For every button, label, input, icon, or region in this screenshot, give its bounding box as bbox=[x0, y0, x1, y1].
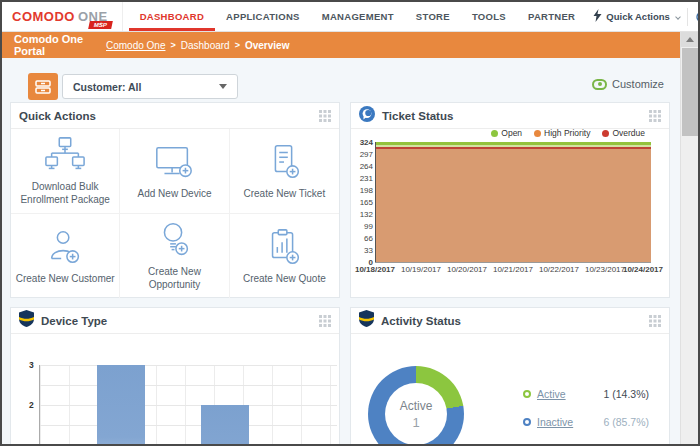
tile-add-new-device[interactable]: Add New Device bbox=[120, 129, 229, 214]
breadcrumb-dashboard: Dashboard bbox=[181, 40, 230, 51]
quick-actions-panel: Quick Actions Download Bulk Enrollment P… bbox=[10, 102, 340, 298]
tile-label: Create New Ticket bbox=[243, 188, 325, 201]
bulk-enrollment-icon bbox=[42, 135, 88, 177]
ytick: 165 bbox=[352, 198, 373, 207]
activity-status-title: Activity Status bbox=[381, 315, 461, 327]
bar-ytick: 2 bbox=[29, 400, 34, 410]
ticket-status-title: Ticket Status bbox=[382, 110, 453, 122]
ytick: 297 bbox=[352, 150, 373, 159]
nav-applications[interactable]: APPLICATIONS bbox=[215, 2, 311, 31]
ticket-status-panel: Ticket Status Open High Priority Overdue… bbox=[350, 102, 670, 298]
nav-store[interactable]: STORE bbox=[405, 2, 461, 31]
tile-create-new-opportunity[interactable]: Create New Opportunity bbox=[120, 214, 229, 299]
breadcrumb-overview: Overview bbox=[245, 40, 289, 51]
quick-actions-grid: Download Bulk Enrollment Package Add New… bbox=[11, 129, 339, 298]
legend-row-inactive: Inactive 6 (85.7%) bbox=[523, 416, 649, 428]
xtick: 10/19/2017 bbox=[395, 265, 447, 274]
ticket-legend: Open High Priority Overdue bbox=[491, 128, 645, 138]
legend-open: Open bbox=[491, 128, 522, 138]
stopwatch-icon bbox=[695, 9, 700, 25]
donut-center-value: 1 bbox=[412, 415, 419, 430]
tile-create-new-ticket[interactable]: Create New Ticket bbox=[230, 129, 339, 214]
new-customer-icon bbox=[42, 227, 88, 269]
ticket-status-chart bbox=[375, 142, 651, 263]
tile-create-new-quote[interactable]: Create New Quote bbox=[230, 214, 339, 299]
tile-download-bulk-enrollment[interactable]: Download Bulk Enrollment Package bbox=[11, 129, 120, 214]
overdue-dot-icon bbox=[602, 130, 609, 137]
drag-handle-icon[interactable] bbox=[319, 315, 331, 327]
breadcrumb-separator: > bbox=[235, 40, 240, 50]
new-quote-icon bbox=[261, 227, 307, 269]
comodo-one-logo[interactable]: COMODO ONE MSP bbox=[2, 2, 123, 31]
new-opportunity-icon bbox=[151, 220, 197, 262]
inactive-link[interactable]: Inactive bbox=[537, 416, 573, 428]
quick-actions-menu[interactable]: Quick Actions bbox=[586, 9, 687, 24]
quick-start-button[interactable]: Quick Start bbox=[688, 9, 700, 25]
nav-dashboard[interactable]: DASHBOARD bbox=[129, 2, 215, 31]
active-link[interactable]: Active bbox=[537, 388, 566, 400]
drag-handle-icon[interactable] bbox=[649, 110, 661, 122]
logo-brand-text: COMODO bbox=[12, 9, 75, 24]
ytick: 264 bbox=[352, 162, 373, 171]
inactive-value: 6 (85.7%) bbox=[603, 416, 649, 428]
customize-icon bbox=[592, 79, 607, 90]
customer-select-value: Customer: All bbox=[73, 81, 141, 93]
vertical-scrollbar[interactable] bbox=[680, 32, 698, 444]
top-navbar: COMODO ONE MSP DASHBOARD APPLICATIONS MA… bbox=[2, 2, 698, 32]
ytick: 324 bbox=[352, 138, 373, 147]
donut-center-text: Active 1 bbox=[368, 366, 464, 444]
donut-center-label: Active bbox=[400, 399, 433, 413]
device-type-header: Device Type bbox=[11, 308, 339, 334]
scroll-up-button[interactable] bbox=[681, 32, 699, 47]
breadcrumb-comodo-one[interactable]: Comodo One bbox=[106, 40, 165, 51]
tile-label: Create New Customer bbox=[16, 273, 115, 286]
nav-management[interactable]: MANAGEMENT bbox=[311, 2, 405, 31]
scrollbar-thumb[interactable] bbox=[682, 48, 698, 136]
bar-value-2 bbox=[201, 405, 249, 444]
tile-label: Create New Opportunity bbox=[124, 266, 224, 291]
ytick: 198 bbox=[352, 186, 373, 195]
up-arrow-icon bbox=[686, 37, 694, 42]
device-type-title: Device Type bbox=[41, 315, 107, 327]
xtick: 10/18/2017 bbox=[349, 265, 401, 274]
add-device-icon bbox=[151, 142, 197, 184]
ytick: 132 bbox=[352, 210, 373, 219]
drag-handle-icon[interactable] bbox=[319, 110, 331, 122]
breadcrumb: Comodo One > Dashboard > Overview bbox=[106, 40, 289, 51]
itsm-shield-icon bbox=[19, 310, 34, 331]
xtick: 10/21/2017 bbox=[487, 265, 539, 274]
inactive-ring-icon bbox=[523, 418, 531, 426]
activity-status-header: Activity Status bbox=[351, 308, 669, 334]
ticket-status-header: Ticket Status bbox=[351, 103, 669, 129]
breadcrumb-bar: Comodo One Portal Comodo One > Dashboard… bbox=[2, 32, 680, 58]
tile-label: Download Bulk Enrollment Package bbox=[15, 181, 115, 206]
quick-actions-title: Quick Actions bbox=[19, 110, 96, 122]
quick-actions-label: Quick Actions bbox=[606, 11, 670, 22]
lightning-icon bbox=[593, 9, 602, 24]
new-ticket-icon bbox=[261, 142, 307, 184]
ytick: 231 bbox=[352, 174, 373, 183]
archive-drawer-icon bbox=[34, 79, 52, 95]
active-value: 1 (14.3%) bbox=[603, 388, 649, 400]
high-priority-dot-icon bbox=[534, 130, 541, 137]
device-type-panel: Device Type 3 2 bbox=[10, 307, 340, 444]
nav-tools[interactable]: TOOLS bbox=[461, 2, 517, 31]
breadcrumb-separator: > bbox=[170, 40, 175, 50]
customize-button[interactable]: Customize bbox=[592, 78, 664, 90]
nav-partner[interactable]: PARTNER bbox=[517, 2, 586, 31]
bar-value-3 bbox=[97, 365, 145, 444]
legend-overdue: Overdue bbox=[602, 128, 645, 138]
navbar-right: Quick Actions Quick Start v3.16.0 Coyote bbox=[586, 2, 700, 31]
drag-handle-icon[interactable] bbox=[649, 315, 661, 327]
quick-actions-header: Quick Actions bbox=[11, 103, 339, 129]
bar-ytick: 3 bbox=[29, 360, 34, 370]
msp-badge: MSP bbox=[88, 21, 113, 29]
customer-select[interactable]: Customer: All bbox=[62, 74, 238, 99]
main-menu: DASHBOARD APPLICATIONS MANAGEMENT STORE … bbox=[129, 2, 587, 31]
customer-filter-icon[interactable] bbox=[28, 73, 58, 100]
open-dot-icon bbox=[491, 130, 498, 137]
customize-label: Customize bbox=[612, 78, 664, 90]
legend-row-active: Active 1 (14.3%) bbox=[523, 388, 649, 400]
itsm-shield-icon bbox=[359, 310, 374, 331]
tile-create-new-customer[interactable]: Create New Customer bbox=[11, 214, 120, 299]
